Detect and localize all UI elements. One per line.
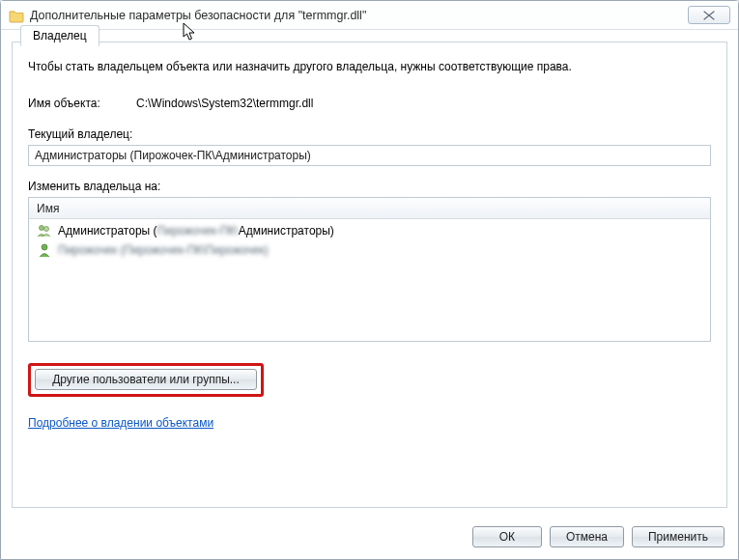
highlight-box: Другие пользователи или группы... xyxy=(28,363,264,397)
close-icon xyxy=(702,11,716,20)
svg-point-0 xyxy=(40,226,44,231)
svg-point-1 xyxy=(44,227,49,232)
tab-body: Чтобы стать владельцем объекта или назна… xyxy=(13,42,726,441)
list-item-text: Администраторы (Пирожочек-ПК\Администрат… xyxy=(58,224,334,238)
change-owner-label: Изменить владельца на: xyxy=(28,180,711,193)
object-name-row: Имя объекта: C:\Windows\System32\termmgr… xyxy=(28,97,711,110)
group-icon xyxy=(37,223,52,238)
current-owner-label: Текущий владелец: xyxy=(28,127,711,141)
object-name-label: Имя объекта: xyxy=(28,97,136,110)
intro-text: Чтобы стать владельцем объекта или назна… xyxy=(28,60,711,73)
dialog-footer: ОК Отмена Применить xyxy=(472,526,725,547)
folder-icon xyxy=(9,8,24,23)
ok-button[interactable]: ОК xyxy=(472,526,542,547)
list-header[interactable]: Имя xyxy=(29,198,710,219)
list-item[interactable]: Пирожочек (Пирожочек-ПК\Пирожочек) xyxy=(29,240,710,260)
tab-owner[interactable]: Владелец xyxy=(20,25,99,46)
user-icon xyxy=(37,242,52,258)
svg-point-2 xyxy=(42,244,47,250)
object-name-value: C:\Windows\System32\termmgr.dll xyxy=(136,97,313,110)
dialog-window: Дополнительные параметры безопасности дл… xyxy=(0,0,739,560)
tab-panel: Владелец Чтобы стать владельцем объекта … xyxy=(12,42,727,508)
list-item-text: Пирожочек (Пирожочек-ПК\Пирожочек) xyxy=(58,243,269,257)
tab-label: Владелец xyxy=(33,29,87,42)
current-owner-field[interactable] xyxy=(28,145,711,166)
learn-more-link[interactable]: Подробнее о владении объектами xyxy=(28,416,213,430)
list-body: Администраторы (Пирожочек-ПК\Администрат… xyxy=(29,219,710,262)
owner-listview[interactable]: Имя Администраторы ( xyxy=(28,197,711,342)
other-users-button[interactable]: Другие пользователи или группы... xyxy=(35,369,257,390)
window-title: Дополнительные параметры безопасности дл… xyxy=(30,9,688,22)
list-header-name: Имя xyxy=(37,202,59,215)
close-button[interactable] xyxy=(688,6,730,24)
title-bar: Дополнительные параметры безопасности дл… xyxy=(1,1,738,30)
cancel-button[interactable]: Отмена xyxy=(550,526,624,547)
apply-button[interactable]: Применить xyxy=(632,526,725,547)
list-item[interactable]: Администраторы (Пирожочек-ПК\Администрат… xyxy=(29,221,710,240)
tab-strip: Владелец xyxy=(20,24,99,45)
